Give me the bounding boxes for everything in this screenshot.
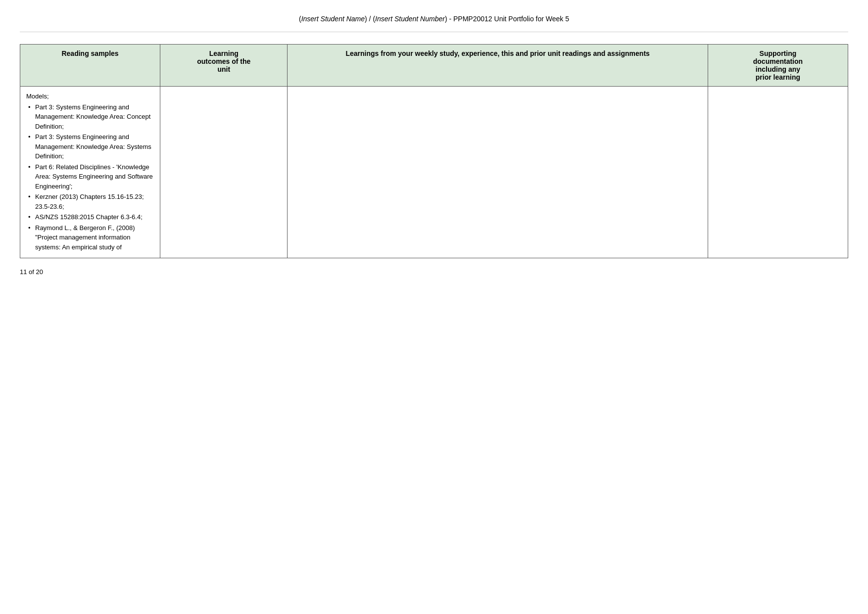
learning-cell <box>160 87 288 258</box>
page-header: (Insert Student Name) / (Insert Student … <box>20 10 848 32</box>
reading-list: Part 3: Systems Engineering and Manageme… <box>26 102 154 252</box>
student-name: Insert Student Name <box>301 15 365 23</box>
header-learning: Learningoutcomes of theunit <box>160 45 288 87</box>
header-learnings: Learnings from your weekly study, experi… <box>288 45 708 87</box>
list-item: AS/NZS 15288:2015 Chapter 6.3-6.4; <box>26 212 154 222</box>
header-reading: Reading samples <box>20 45 160 87</box>
page-footer: 11 of 20 <box>20 268 848 276</box>
supporting-cell <box>708 87 848 258</box>
list-item: Part 3: Systems Engineering and Manageme… <box>26 102 154 132</box>
list-item: Part 6: Related Disciplines - 'Knowledge… <box>26 162 154 191</box>
learnings-cell <box>288 87 708 258</box>
student-number: Insert Student Number <box>375 15 445 23</box>
reading-cell: Models; Part 3: Systems Engineering and … <box>20 87 160 258</box>
table-row: Models; Part 3: Systems Engineering and … <box>20 87 848 258</box>
table-header-row: Reading samples Learningoutcomes of theu… <box>20 45 848 87</box>
page-number: 11 of 20 <box>20 268 43 276</box>
main-table: Reading samples Learningoutcomes of theu… <box>20 44 848 258</box>
list-item: Raymond L., & Bergeron F., (2008) "Proje… <box>26 223 154 252</box>
list-item: Kerzner (2013) Chapters 15.16-15.23; 23.… <box>26 192 154 211</box>
header-supporting: Supportingdocumentationincluding anyprio… <box>708 45 848 87</box>
reading-prefix: Models; <box>26 92 154 101</box>
list-item: Part 3: Systems Engineering and Manageme… <box>26 132 154 161</box>
